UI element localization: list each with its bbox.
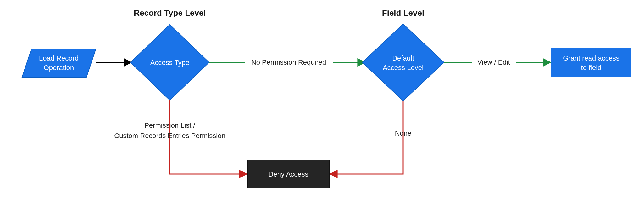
svg-text:Load Record: Load Record [39, 54, 79, 62]
edge-label-permission-list-l1: Permission List / [144, 121, 195, 129]
heading-record-type-level: Record Type Level [134, 8, 206, 18]
heading-field-level: Field Level [382, 8, 424, 18]
edge-label-permission-list-l2: Custom Records Entries Permission [114, 132, 225, 140]
edge-label-no-permission: No Permission Required [251, 58, 326, 66]
node-grant-read-l2: to field [581, 64, 602, 72]
svg-text:Operation: Operation [44, 64, 74, 72]
node-deny-access-label: Deny Access [268, 170, 308, 178]
flowchart-canvas: Record Type Level Field Level Load Recor… [0, 0, 644, 197]
node-grant-read-l1: Grant read access [563, 54, 619, 62]
node-access-type: Access Type [130, 25, 209, 100]
edge-label-none: None [395, 129, 412, 137]
svg-marker-4 [362, 24, 444, 101]
node-default-access-l1: Default [392, 54, 414, 62]
svg-rect-5 [551, 48, 631, 77]
node-load-record-l1: Load Record [39, 54, 79, 62]
node-deny-access: Deny Access [247, 160, 329, 188]
node-load-record-l2: Operation [44, 64, 74, 72]
edge-label-view-edit: View / Edit [477, 58, 510, 66]
svg-marker-0 [22, 49, 96, 77]
edge-default-to-deny [331, 101, 403, 174]
node-default-access-l2: Access Level [383, 64, 424, 72]
node-default-access-level: Default Access Level [362, 24, 444, 101]
node-load-record-operation: Load Record Operation [22, 49, 96, 77]
node-grant-read-access: Grant read access to field [551, 48, 631, 77]
node-access-type-label: Access Type [150, 59, 189, 67]
